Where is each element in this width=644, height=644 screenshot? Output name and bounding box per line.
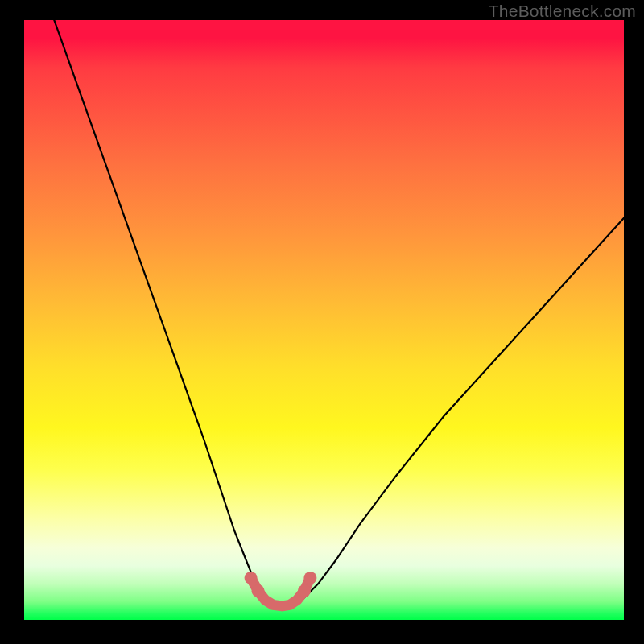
highlight-dot bbox=[245, 572, 258, 584]
bottleneck-curve bbox=[54, 20, 624, 608]
highlight-dot bbox=[298, 584, 311, 597]
curve-svg bbox=[24, 20, 624, 620]
watermark-text: TheBottleneck.com bbox=[489, 2, 636, 21]
chart-frame: TheBottleneck.com bbox=[0, 0, 644, 644]
highlight-dot bbox=[252, 584, 265, 597]
plot-area bbox=[24, 20, 624, 620]
highlight-dot bbox=[303, 572, 316, 584]
